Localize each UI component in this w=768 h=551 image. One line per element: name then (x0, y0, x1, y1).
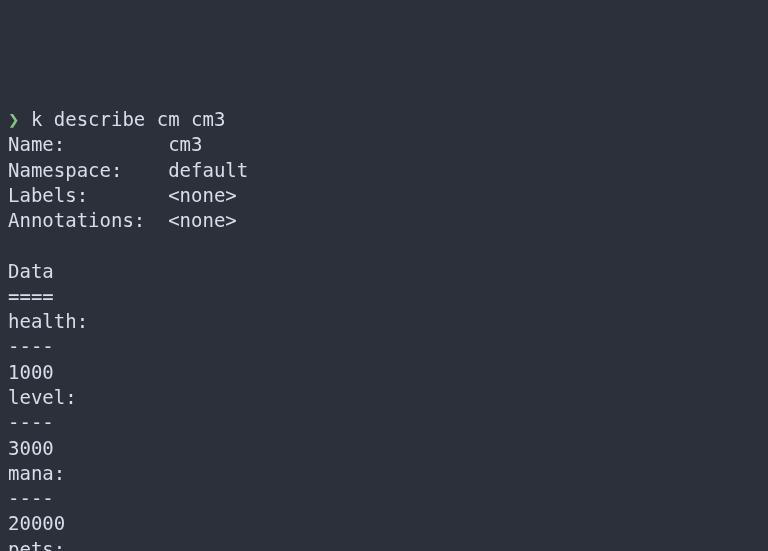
command-text: k describe cm cm3 (31, 108, 225, 130)
terminal-output: ❯ k describe cm cm3 Name: cm3 Namespace:… (8, 108, 248, 551)
data-key-level: level: (8, 386, 77, 408)
meta-labels: Labels: <none> (8, 184, 237, 206)
data-value-level: 3000 (8, 437, 54, 459)
prompt-symbol: ❯ (8, 108, 19, 130)
data-key-health: health: (8, 310, 88, 332)
data-value-health: 1000 (8, 361, 54, 383)
data-key-pets: pets: (8, 538, 65, 551)
data-header-sep: ==== (8, 285, 54, 307)
data-key-mana: mana: (8, 462, 65, 484)
meta-annotations: Annotations: <none> (8, 209, 237, 231)
data-sep: ---- (8, 487, 54, 509)
data-sep: ---- (8, 335, 54, 357)
data-sep: ---- (8, 411, 54, 433)
meta-name: Name: cm3 (8, 133, 202, 155)
data-header: Data (8, 260, 54, 282)
meta-namespace: Namespace: default (8, 159, 248, 181)
prompt-line[interactable]: ❯ k describe cm cm3 (8, 108, 225, 130)
data-value-mana: 20000 (8, 512, 65, 534)
